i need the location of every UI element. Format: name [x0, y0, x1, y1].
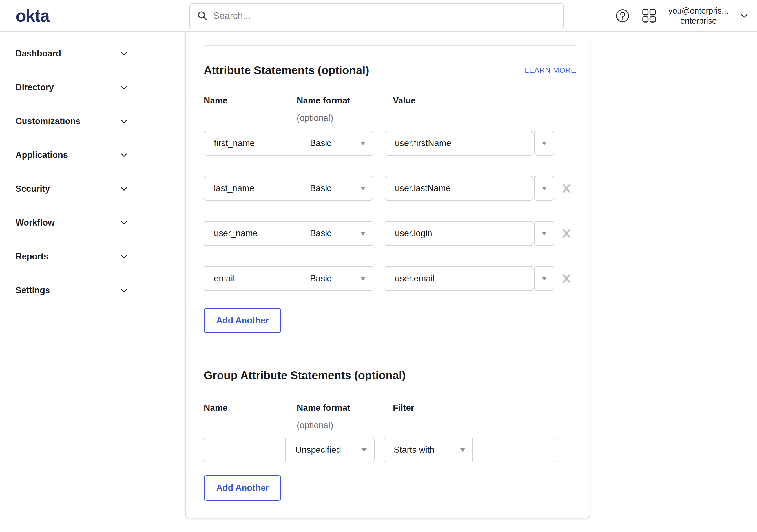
sidebar-item-label: Workflow: [15, 218, 55, 228]
sidebar-item-dashboard[interactable]: Dashboard: [0, 37, 144, 71]
attribute-column-headers: Name Name format Value: [204, 96, 576, 106]
name-format-value: Basic: [310, 273, 331, 284]
sidebar-item-directory[interactable]: Directory: [0, 71, 144, 104]
group-name-format-value: Unspecified: [295, 445, 341, 455]
group-attribute-row: Unspecified Starts with: [204, 438, 576, 462]
dropdown-caret-icon: [542, 232, 547, 235]
name-and-format-group: Basic: [204, 221, 374, 246]
attribute-statements-section-head: Attribute Statements (optional) LEARN MO…: [204, 64, 576, 77]
attribute-value-select[interactable]: user.login: [385, 221, 554, 246]
global-search: [189, 3, 564, 28]
add-another-group-attribute-button[interactable]: Add Another: [204, 475, 281, 501]
attribute-row: Basic user.firstName: [204, 131, 576, 156]
chevron-down-icon: [741, 14, 748, 18]
col-header-name-format: Name format: [297, 96, 393, 106]
chevron-down-icon: [121, 288, 127, 293]
x-icon: [561, 183, 572, 193]
value-dropdown-button[interactable]: [534, 221, 554, 246]
sidebar-item-label: Dashboard: [15, 48, 61, 59]
add-another-attribute-button[interactable]: Add Another: [204, 308, 281, 333]
attribute-name-input[interactable]: [204, 176, 300, 200]
grid-icon: [642, 9, 656, 23]
value-dropdown-button[interactable]: [534, 131, 554, 156]
dropdown-caret-icon: [460, 448, 465, 452]
attribute-value-select[interactable]: user.lastName: [385, 176, 554, 201]
x-icon: [561, 228, 572, 238]
user-email: you@enterpris...: [669, 6, 729, 16]
name-format-optional-note: (optional): [297, 421, 576, 430]
name-and-format-group: Basic: [204, 266, 374, 291]
section-divider: [204, 45, 576, 46]
filter-type-select[interactable]: Starts with: [384, 438, 472, 462]
name-format-select[interactable]: Basic: [300, 267, 373, 290]
top-header: okta: [0, 0, 757, 32]
dropdown-caret-icon: [542, 277, 547, 281]
group-column-headers: Name Name format Filter: [204, 403, 576, 413]
sidebar-item-label: Security: [15, 184, 50, 194]
dropdown-caret-icon: [542, 141, 547, 145]
group-name-format-select[interactable]: Unspecified: [285, 438, 374, 462]
dropdown-caret-icon: [542, 187, 547, 190]
filter-value-input[interactable]: [472, 438, 555, 462]
chevron-down-icon: [121, 221, 127, 225]
search-input[interactable]: [213, 10, 556, 21]
dropdown-caret-icon: [360, 141, 366, 145]
sidebar-item-security[interactable]: Security: [0, 172, 144, 206]
sidebar-item-label: Settings: [15, 285, 50, 296]
name-format-select[interactable]: Basic: [300, 176, 373, 200]
settings-panel: Attribute Statements (optional) LEARN MO…: [185, 32, 590, 518]
okta-logo[interactable]: okta: [15, 6, 49, 26]
attribute-value-select[interactable]: user.firstName: [385, 131, 554, 156]
name-format-value: Basic: [310, 228, 331, 238]
apps-grid-button[interactable]: [642, 9, 656, 23]
attribute-name-input[interactable]: [204, 222, 300, 245]
sidebar-item-label: Reports: [15, 251, 48, 262]
learn-more-link[interactable]: LEARN MORE: [525, 66, 576, 75]
attribute-name-input[interactable]: [204, 267, 300, 290]
filter-type-value: Starts with: [394, 445, 435, 455]
attribute-value-text: user.email: [385, 266, 533, 291]
group-name-input[interactable]: [204, 438, 285, 462]
col-header-filter: Filter: [393, 403, 576, 413]
col-header-name: Name: [204, 96, 297, 106]
group-attribute-statements-title: Group Attribute Statements (optional): [204, 369, 576, 382]
remove-row-button[interactable]: [561, 183, 572, 194]
attribute-row: Basic user.lastName: [204, 176, 576, 201]
col-header-value: Value: [393, 96, 576, 106]
user-identity: you@enterpris... enterprise: [669, 6, 729, 26]
dropdown-caret-icon: [360, 187, 366, 190]
header-actions: you@enterpris... enterprise: [616, 0, 748, 32]
dropdown-caret-icon: [362, 448, 367, 452]
remove-row-button[interactable]: [561, 273, 572, 284]
attribute-value-select[interactable]: user.email: [385, 266, 554, 291]
name-format-select[interactable]: Basic: [300, 222, 373, 245]
value-dropdown-button[interactable]: [534, 266, 554, 291]
chevron-down-icon: [121, 187, 127, 191]
sidebar-item-applications[interactable]: Applications: [0, 138, 144, 172]
name-and-format-group: Basic: [204, 176, 374, 201]
name-format-select[interactable]: Basic: [300, 131, 373, 155]
sidebar-item-settings[interactable]: Settings: [0, 273, 144, 307]
section-divider: [204, 350, 576, 350]
sidebar-item-label: Directory: [15, 82, 54, 92]
attribute-row: Basic user.login: [204, 221, 576, 246]
group-name-and-format-group: Unspecified: [204, 438, 375, 462]
value-dropdown-button[interactable]: [534, 176, 554, 201]
attribute-value-text: user.lastName: [385, 176, 533, 201]
help-icon: [616, 9, 630, 23]
sidebar-item-workflow[interactable]: Workflow: [0, 206, 144, 240]
user-menu[interactable]: you@enterpris... enterprise: [669, 6, 748, 26]
chevron-down-icon: [121, 119, 127, 123]
chevron-down-icon: [121, 51, 127, 56]
sidebar-item-reports[interactable]: Reports: [0, 240, 144, 273]
dropdown-caret-icon: [360, 277, 366, 281]
attribute-name-input[interactable]: [204, 131, 300, 155]
help-button[interactable]: [616, 9, 630, 23]
attribute-value-text: user.firstName: [385, 131, 533, 156]
sidebar-item-customizations[interactable]: Customizations: [0, 104, 144, 138]
remove-row-button[interactable]: [561, 228, 572, 239]
group-filter-group: Starts with: [383, 438, 556, 462]
user-org: enterprise: [669, 16, 729, 26]
name-and-format-group: Basic: [204, 131, 374, 156]
x-icon: [561, 273, 572, 284]
